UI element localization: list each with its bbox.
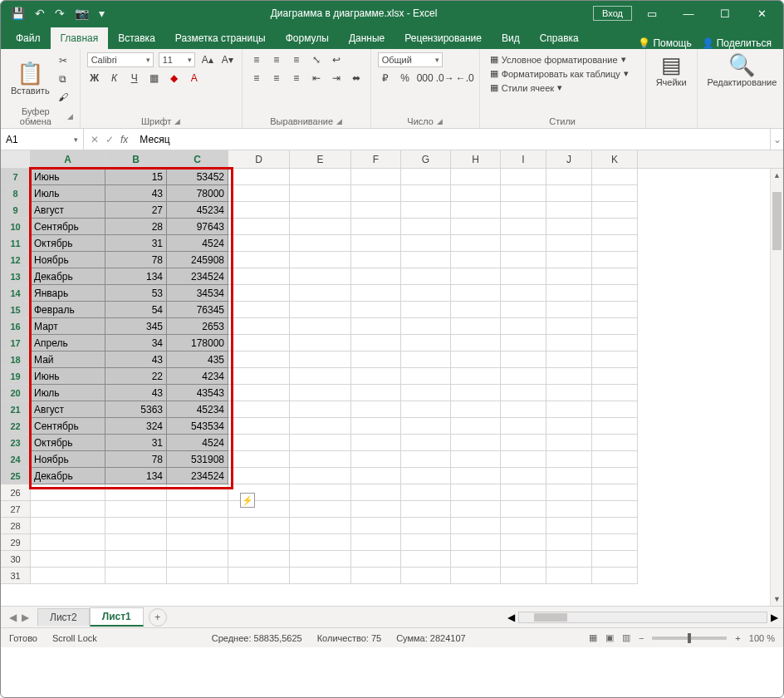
cell[interactable] — [290, 501, 351, 518]
cell[interactable]: 43 — [105, 385, 167, 401]
tell-me[interactable]: 💡Помощь — [638, 37, 691, 49]
cell[interactable] — [546, 501, 592, 518]
cell[interactable] — [351, 202, 401, 219]
tab-help[interactable]: Справка — [530, 27, 589, 49]
cell[interactable] — [592, 401, 638, 418]
row-header[interactable]: 12 — [1, 252, 31, 268]
cell[interactable] — [546, 435, 592, 451]
cell[interactable]: 53 — [105, 285, 167, 302]
accept-formula-icon[interactable]: ✓ — [105, 134, 114, 145]
cell[interactable] — [290, 335, 351, 351]
cell[interactable]: 324 — [105, 418, 167, 435]
indent-inc-icon[interactable]: ⇥ — [329, 71, 344, 86]
cell[interactable] — [228, 418, 290, 435]
number-format-select[interactable]: Общий — [378, 52, 443, 67]
cell[interactable] — [501, 351, 546, 368]
cell[interactable] — [351, 551, 401, 568]
cell[interactable] — [351, 484, 401, 501]
cell[interactable] — [228, 551, 290, 568]
cell[interactable] — [401, 368, 451, 385]
cell[interactable] — [546, 302, 592, 318]
cell[interactable] — [451, 534, 501, 551]
cell[interactable] — [290, 351, 351, 368]
cell[interactable] — [546, 551, 592, 568]
cell[interactable]: 4234 — [167, 368, 228, 385]
row-header[interactable]: 11 — [1, 235, 31, 252]
cell[interactable] — [592, 451, 638, 468]
cell[interactable] — [228, 401, 290, 418]
redo-icon[interactable]: ↷ — [55, 7, 65, 20]
cell[interactable] — [546, 235, 592, 252]
cut-icon[interactable]: ✂ — [56, 53, 71, 68]
view-pagebreak-icon[interactable]: ▥ — [622, 632, 630, 643]
row-header[interactable]: 15 — [1, 302, 31, 318]
cell[interactable]: 45234 — [167, 202, 228, 219]
cell[interactable] — [290, 318, 351, 335]
cell[interactable] — [501, 468, 546, 484]
cell[interactable] — [592, 235, 638, 252]
cell[interactable] — [592, 318, 638, 335]
decrease-decimal-icon[interactable]: ←.0 — [458, 71, 473, 86]
cell[interactable] — [592, 202, 638, 219]
cell[interactable]: 178000 — [167, 335, 228, 351]
format-painter-icon[interactable]: 🖌 — [56, 90, 71, 105]
cell[interactable] — [290, 551, 351, 568]
cell[interactable] — [451, 318, 501, 335]
cell[interactable] — [401, 468, 451, 484]
cell[interactable] — [105, 534, 167, 551]
row-header[interactable]: 31 — [1, 568, 31, 584]
cell[interactable] — [546, 285, 592, 302]
cell[interactable] — [592, 518, 638, 534]
align-launcher-icon[interactable]: ◢ — [336, 117, 342, 125]
row-header[interactable]: 22 — [1, 418, 31, 435]
cell[interactable] — [592, 435, 638, 451]
cell[interactable] — [351, 468, 401, 484]
cell[interactable]: 28 — [105, 219, 167, 235]
cell[interactable] — [592, 252, 638, 268]
cell[interactable] — [501, 302, 546, 318]
tab-file[interactable]: Файл — [6, 27, 51, 49]
cell[interactable] — [228, 484, 290, 501]
cell[interactable] — [451, 368, 501, 385]
cell[interactable] — [351, 368, 401, 385]
cell[interactable] — [228, 568, 290, 584]
cell[interactable] — [546, 335, 592, 351]
cell[interactable] — [290, 368, 351, 385]
cell[interactable] — [451, 185, 501, 202]
cell[interactable] — [401, 185, 451, 202]
cell[interactable] — [228, 468, 290, 484]
cell[interactable] — [105, 484, 167, 501]
align-left-icon[interactable]: ≡ — [249, 71, 264, 86]
cell[interactable] — [31, 551, 105, 568]
tab-formulas[interactable]: Формулы — [276, 27, 339, 49]
clipboard-launcher-icon[interactable]: ◢ — [67, 112, 73, 120]
percent-icon[interactable]: % — [398, 71, 413, 86]
cell[interactable] — [501, 435, 546, 451]
cell[interactable] — [451, 401, 501, 418]
cell[interactable] — [501, 169, 546, 185]
cell[interactable] — [290, 268, 351, 285]
undo-icon[interactable]: ↶ — [35, 7, 45, 20]
cell[interactable] — [451, 518, 501, 534]
cell[interactable]: 245908 — [167, 252, 228, 268]
cell[interactable] — [592, 568, 638, 584]
cell[interactable] — [290, 468, 351, 484]
cell[interactable]: Апрель — [31, 335, 105, 351]
share-button[interactable]: 👤Поделиться — [702, 37, 772, 49]
cell[interactable] — [401, 235, 451, 252]
cell[interactable] — [351, 451, 401, 468]
cell[interactable] — [351, 518, 401, 534]
cell[interactable] — [167, 484, 228, 501]
cell[interactable] — [351, 185, 401, 202]
tab-layout[interactable]: Разметка страницы — [165, 27, 276, 49]
cell[interactable] — [351, 318, 401, 335]
cell[interactable] — [546, 568, 592, 584]
horizontal-scrollbar[interactable]: ◀ ▶ — [167, 612, 783, 623]
col-header-B[interactable]: B — [105, 150, 167, 168]
cell[interactable]: Декабрь — [31, 268, 105, 285]
currency-icon[interactable]: ₽ — [378, 71, 393, 86]
cell[interactable] — [451, 351, 501, 368]
cell[interactable] — [546, 219, 592, 235]
cell[interactable] — [451, 418, 501, 435]
cell[interactable] — [351, 235, 401, 252]
